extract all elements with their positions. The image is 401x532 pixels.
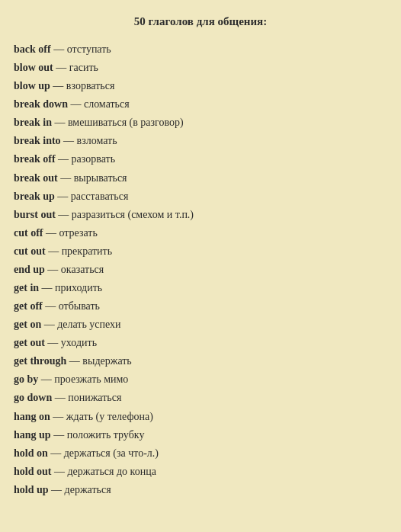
list-item: get in — приходить: [14, 279, 387, 297]
list-item: end up — оказаться: [14, 261, 387, 279]
translation: положить трубку: [67, 429, 145, 441]
translation: проезжать мимо: [54, 373, 128, 385]
phrase: get in: [14, 282, 39, 293]
phrase: go down: [14, 392, 52, 403]
translation: прекратить: [62, 245, 112, 257]
translation: взорваться: [66, 80, 115, 91]
translation: оказаться: [61, 264, 104, 275]
list-item: hold out — держаться до конца: [14, 463, 387, 481]
list-item: get through — выдержать: [14, 352, 387, 370]
phrase: hang up: [14, 429, 51, 441]
translation: сломаться: [84, 98, 130, 110]
list-item: break off — разорвать: [14, 150, 387, 168]
translation: расставаться: [71, 191, 129, 202]
list-item: blow up — взорваться: [14, 77, 387, 95]
translation: разорвать: [72, 153, 115, 165]
translation: держаться до конца: [67, 466, 156, 477]
list-item: break into — взломать: [14, 132, 387, 150]
translation: вмешиваться (в разговор): [68, 117, 184, 128]
page-title: 50 глаголов для общения:: [14, 15, 387, 28]
translation: держаться (за что-л.): [64, 447, 159, 459]
list-item: hang up — положить трубку: [14, 426, 387, 444]
translation: ждать (у телефона): [66, 411, 153, 422]
phrase: burst out: [14, 209, 56, 220]
translation: гасить: [69, 62, 98, 73]
phrase: break off: [14, 153, 56, 165]
vocab-list: back off — отступатьblow out — гаситьblo…: [14, 40, 387, 499]
list-item: cut off — отрезать: [14, 224, 387, 242]
list-item: hold up — держаться: [14, 481, 387, 499]
phrase: get on: [14, 319, 41, 330]
phrase: get through: [14, 355, 66, 367]
phrase: blow up: [14, 80, 50, 91]
list-item: go down — понижаться: [14, 389, 387, 407]
translation: отрезать: [59, 227, 98, 239]
phrase: hold up: [14, 484, 49, 495]
phrase: hang on: [14, 411, 50, 422]
phrase: break out: [14, 172, 58, 184]
list-item: get off — отбывать: [14, 297, 387, 316]
phrase: cut out: [14, 245, 46, 257]
list-item: cut out — прекратить: [14, 242, 387, 261]
list-item: blow out — гасить: [14, 59, 387, 77]
list-item: get on — делать успехи: [14, 316, 387, 334]
translation: уходить: [61, 337, 97, 348]
phrase: blow out: [14, 62, 53, 73]
translation: вырываться: [74, 172, 127, 184]
list-item: back off — отступать: [14, 40, 387, 59]
phrase: get out: [14, 337, 45, 348]
translation: выдержать: [82, 355, 131, 367]
translation: разразиться (смехом и т.п.): [72, 209, 194, 220]
translation: отбывать: [59, 300, 100, 312]
phrase: get off: [14, 300, 43, 312]
translation: отступать: [67, 43, 111, 55]
list-item: break out — вырываться: [14, 169, 387, 187]
translation: взломать: [77, 135, 117, 146]
list-item: break in — вмешиваться (в разговор): [14, 114, 387, 132]
phrase: break into: [14, 135, 61, 146]
translation: держаться: [65, 484, 111, 495]
list-item: go by — проезжать мимо: [14, 370, 387, 389]
translation: понижаться: [68, 392, 121, 403]
list-item: get out — уходить: [14, 334, 387, 352]
translation: приходить: [55, 282, 102, 293]
phrase: break in: [14, 117, 52, 128]
phrase: go by: [14, 373, 38, 385]
list-item: hold on — держаться (за что-л.): [14, 444, 387, 463]
phrase: hold out: [14, 466, 51, 477]
phrase: break down: [14, 98, 68, 110]
phrase: break up: [14, 191, 55, 202]
list-item: hang on — ждать (у телефона): [14, 408, 387, 426]
phrase: cut off: [14, 227, 43, 239]
phrase: back off: [14, 43, 51, 55]
list-item: break down — сломаться: [14, 95, 387, 114]
translation: делать успехи: [57, 319, 120, 330]
list-item: break up — расставаться: [14, 187, 387, 206]
phrase: hold on: [14, 447, 48, 459]
list-item: burst out — разразиться (смехом и т.п.): [14, 206, 387, 224]
phrase: end up: [14, 264, 45, 275]
